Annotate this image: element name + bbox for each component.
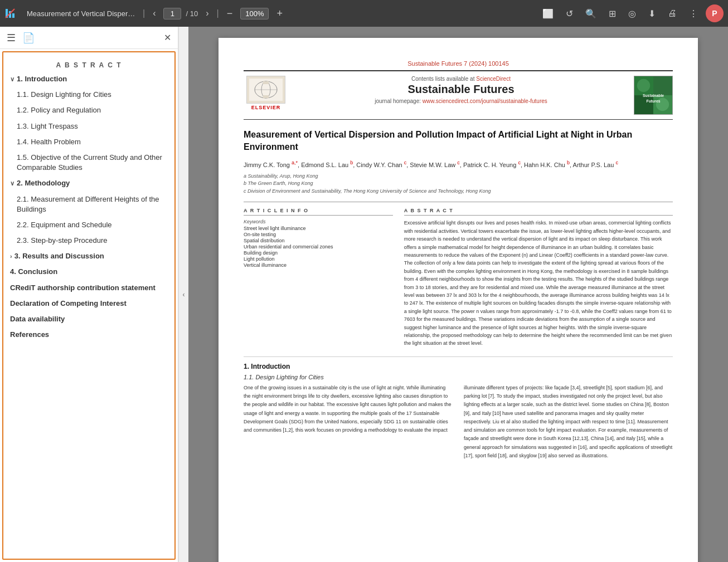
abstract-text: Excessive artificial light disrupts our … [404, 219, 673, 347]
elsevier-branding: ELSEVIER [244, 76, 288, 110]
svg-rect-16 [634, 95, 653, 114]
download-button[interactable]: ⬇ [644, 6, 660, 21]
sidebar-top-bar: ☰ 📄 ✕ [0, 27, 178, 49]
pdf-page-1: Sustainable Futures 7 (2024) 100145 [219, 38, 698, 562]
sidebar-item-objective[interactable]: 1.5. Objective of the Current Study and … [3, 150, 174, 175]
keyword-2: On-site testing [244, 232, 393, 237]
grid-button[interactable]: ⊞ [604, 6, 620, 21]
article-title: Measurement of Vertical Dispersion and P… [244, 129, 673, 154]
chevron-intro: ∨ [10, 75, 14, 84]
article-info-abstract: A R T I C L E I N F O Keywords Street le… [244, 202, 673, 347]
elsevier-logo-graphic [246, 76, 285, 104]
svg-rect-15 [653, 76, 672, 95]
journal-homepage: journal homepage: www.sciencedirect.com/… [294, 98, 628, 104]
introduction-section: 1. Introduction 1.1. Design Lighting for… [244, 356, 673, 461]
outline-abstract-label: A B S T R A C T [3, 57, 174, 71]
journal-header-center: Contents lists available at ScienceDirec… [294, 76, 628, 104]
pdf-viewer[interactable]: Sustainable Futures 7 (2024) 100145 [188, 27, 728, 562]
abstract-col: A B S T R A C T Excessive artificial lig… [404, 208, 673, 347]
page-total: / 10 [186, 9, 198, 18]
sidebar-item-competing-interest[interactable]: Declaration of Competing Interest [3, 296, 174, 311]
sidebar-item-policy-regulation[interactable]: 1.2. Policy and Regulation [3, 102, 174, 118]
homepage-link: www.sciencedirect.com/journal/sustainabl… [423, 98, 547, 104]
article-info-label: A R T I C L E I N F O [244, 208, 393, 216]
sidebar-item-equipment-schedule[interactable]: 2.2. Equipment and Schedule [3, 217, 174, 233]
chevron-methodology: ∨ [10, 179, 14, 188]
main-layout: ☰ 📄 ✕ A B S T R A C T ∨ 1. Introduction … [0, 27, 728, 562]
svg-text:Sustainable: Sustainable [643, 94, 664, 97]
document-icon[interactable]: 📄 [22, 32, 35, 44]
intro-heading: 1. Introduction [244, 363, 673, 370]
svg-rect-9 [263, 95, 269, 98]
intro-col-right: illuminate different types of projects: … [464, 384, 673, 461]
sidebar: ☰ 📄 ✕ A B S T R A C T ∨ 1. Introduction … [0, 27, 178, 562]
toolbar-right-actions: ⬜ ↺ 🔍 ⊞ ◎ ⬇ 🖨 ⋮ P [538, 4, 724, 22]
journal-thumbnail: Sustainable Futures [634, 76, 673, 115]
logo-icon [4, 7, 18, 20]
print-button[interactable]: 🖨 [663, 6, 681, 21]
hamburger-icon[interactable]: ☰ [7, 32, 16, 44]
intro-col-left: One of the growing issues in a sustainab… [244, 384, 453, 461]
zoom-out-button[interactable]: − [224, 6, 236, 22]
sidebar-item-design-lighting[interactable]: 1.1. Design Lighting for Cities [3, 87, 174, 102]
svg-point-13 [637, 79, 650, 92]
app-logo [4, 7, 18, 20]
share-button[interactable]: ◎ [624, 6, 640, 21]
sciencedirect-link: ScienceDirect [476, 76, 511, 82]
keyword-4: Urban residential and commercial zones [244, 244, 393, 250]
article-authors: Jimmy C.K. Tong a,*, Edmond S.L. Lau b, … [244, 159, 673, 169]
sidebar-item-health-problem[interactable]: 1.4. Health Problem [3, 134, 174, 150]
user-avatar-button[interactable]: P [706, 4, 724, 22]
keywords-label: Keywords [244, 219, 393, 224]
chevron-results: › [10, 252, 12, 261]
zoom-level: 100% [240, 8, 269, 19]
zoom-in-button[interactable]: + [273, 6, 286, 22]
separator-1: | [143, 8, 145, 18]
toolbar: Measurement of Vertical Dispersion and P… [0, 0, 728, 27]
sidebar-item-references[interactable]: References [3, 327, 174, 343]
more-button[interactable]: ⋮ [685, 6, 702, 21]
sub-heading: 1.1. Design Lighting for Cities [244, 374, 673, 380]
svg-rect-8 [263, 81, 269, 84]
sidebar-item-step-procedure[interactable]: 2.3. Step-by-step Procedure [3, 233, 174, 248]
affiliation-c: c Division of Environment and Sustainabi… [244, 188, 673, 196]
keyword-3: Spatial distribution [244, 238, 393, 243]
close-sidebar-button[interactable]: ✕ [164, 32, 171, 43]
sidebar-item-conclusion[interactable]: 4. Conclusion [3, 264, 174, 280]
document-title: Measurement of Vertical Dispersion and P… [27, 9, 138, 18]
keyword-7: Vertical illuminance [244, 262, 393, 268]
page-number-input[interactable]: 1 [163, 8, 181, 19]
keyword-5: Building design [244, 250, 393, 256]
elsevier-name: ELSEVIER [251, 105, 281, 110]
intro-body-columns: One of the growing issues in a sustainab… [244, 384, 673, 461]
sidebar-item-data-availability[interactable]: Data availability [3, 311, 174, 327]
svg-rect-2 [12, 13, 14, 18]
article-affiliations: a Sustainability, Arup, Hong Kong b The … [244, 173, 673, 196]
sidebar-item-light-trespass[interactable]: 1.3. Light Trespass [3, 119, 174, 134]
next-page-button[interactable]: › [202, 6, 212, 21]
affiliation-b: b The Green Earth, Hong Kong [244, 180, 673, 188]
refresh-button[interactable]: ↺ [561, 6, 577, 21]
outline-panel: A B S T R A C T ∨ 1. Introduction 1.1. D… [2, 51, 176, 560]
sidebar-item-introduction[interactable]: ∨ 1. Introduction [3, 71, 174, 87]
keyword-1: Street level light illuminance [244, 226, 393, 231]
abstract-label: A B S T R A C T [404, 208, 673, 216]
svg-text:Futures: Futures [647, 99, 661, 103]
sidebar-item-credit[interactable]: CRediT authorship contribution statement [3, 280, 174, 296]
sidebar-item-methodology[interactable]: ∨ 2. Methodology [3, 175, 174, 191]
sciencedirect-contents: Contents lists available at ScienceDirec… [294, 76, 628, 82]
sidebar-collapse-button[interactable]: ‹ [178, 27, 188, 562]
pdf-journal-ref: Sustainable Futures 7 (2024) 100145 [244, 60, 673, 67]
pdf-journal-header: ELSEVIER Contents lists available at Sci… [244, 70, 673, 120]
prev-page-button[interactable]: ‹ [149, 6, 159, 21]
article-info-col: A R T I C L E I N F O Keywords Street le… [244, 208, 393, 347]
search-button[interactable]: 🔍 [581, 6, 601, 21]
journal-title: Sustainable Futures [294, 83, 628, 96]
affiliation-a: a Sustainability, Arup, Hong Kong [244, 173, 673, 180]
separator-2: | [217, 8, 219, 18]
keyword-6: Light pollution [244, 256, 393, 262]
sidebar-item-results[interactable]: › 3. Results and Discussion [3, 248, 174, 264]
monitor-button[interactable]: ⬜ [538, 6, 558, 21]
sidebar-item-measurement-heights[interactable]: 2.1. Measurement at Different Heights of… [3, 192, 174, 217]
